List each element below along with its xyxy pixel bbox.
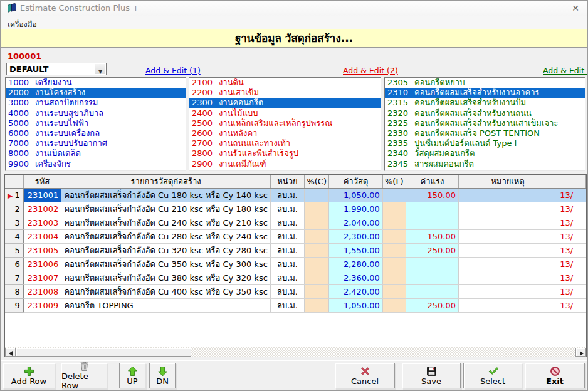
note-cell[interactable] — [458, 244, 557, 258]
percent-l-cell[interactable] — [382, 216, 406, 230]
date-cell[interactable]: 13/ — [557, 299, 586, 313]
template-dropdown[interactable]: DEFAULT ▼ — [6, 63, 107, 75]
table-row[interactable]: ▶9 231009 คอนกรีต TOPPING ลบ.ม. 1,050.00… — [5, 299, 586, 313]
list-item[interactable]: 2305 คอนกรีตหยาบ — [385, 78, 585, 88]
table-row[interactable]: ▶3 231003 คอนกรีตผสมเสร็จกำลังอัด Cu 240… — [5, 216, 586, 230]
list-item[interactable]: 1000 เตรียมงาน — [6, 78, 186, 88]
percent-c-cell[interactable] — [305, 258, 329, 271]
table-row[interactable]: ▶8 231008 คอนกรีตผสมเสร็จกำลังอัด Cu 400… — [5, 285, 586, 299]
list-item[interactable]: 7000 งานระบบปรับอากาศ — [6, 138, 186, 149]
date-cell[interactable]: 13/ — [557, 258, 586, 271]
percent-l-cell[interactable] — [382, 258, 406, 271]
material-cost-cell[interactable]: 2,280.00 — [329, 258, 383, 271]
labor-cost-cell[interactable] — [406, 216, 458, 230]
labor-cost-cell[interactable] — [406, 202, 458, 216]
percent-l-cell[interactable] — [382, 299, 406, 313]
description-cell[interactable]: คอนกรีตผสมเสร็จกำลังอัด Cu 240 ksc หรือ … — [61, 216, 270, 230]
percent-c-cell[interactable] — [305, 202, 329, 216]
list-item[interactable]: 2100 งานดิน — [189, 78, 381, 88]
scroll-left-icon[interactable] — [5, 348, 16, 357]
table-row[interactable]: ▶5 231005 คอนกรีตผสมเสร็จกำลังอัด Cu 320… — [5, 244, 586, 258]
unit-cell[interactable]: ลบ.ม. — [270, 216, 304, 230]
date-cell[interactable]: 13/ — [557, 285, 586, 299]
description-cell[interactable]: คอนกรีตผสมเสร็จกำลังอัด Cu 210 ksc หรือ … — [61, 202, 270, 216]
percent-c-cell[interactable] — [305, 285, 329, 299]
percent-c-cell[interactable] — [305, 271, 329, 285]
add-edit-3-link[interactable]: Add & Edit (3) — [543, 66, 588, 75]
list-item[interactable]: 2315 คอนกรีตผสมเสร็จสำหรับงานปั๊ม — [385, 98, 585, 108]
delete-row-button[interactable]: Delete Row — [61, 363, 107, 388]
row-number-cell[interactable]: ▶1 — [5, 189, 23, 202]
note-cell[interactable] — [458, 202, 557, 216]
code-cell[interactable]: 231005 — [23, 244, 61, 258]
material-cost-cell[interactable]: 2,360.00 — [329, 271, 383, 285]
add-edit-1-link[interactable]: Add & Edit (1) — [145, 66, 201, 75]
unit-cell[interactable]: ลบ.ม. — [270, 271, 304, 285]
percent-c-cell[interactable] — [305, 244, 329, 258]
material-cost-cell[interactable]: 1,050.00 — [329, 299, 383, 313]
date-cell[interactable]: 13/ — [557, 244, 586, 258]
list-item[interactable]: 2310 คอนกรีตผสมเสร็จสำหรับงานอาคาร — [385, 88, 585, 98]
list-item[interactable]: 2400 งานไม้แบบ — [189, 108, 381, 118]
code-cell[interactable]: 231006 — [23, 258, 61, 271]
material-cost-cell[interactable]: 2,300.00 — [329, 230, 383, 244]
labor-cost-cell[interactable]: 150.00 — [406, 189, 458, 202]
unit-cell[interactable]: ลบ.ม. — [270, 285, 304, 299]
code-cell[interactable]: 231009 — [23, 299, 61, 313]
percent-l-cell[interactable] — [382, 271, 406, 285]
table-row[interactable]: ▶6 231006 คอนกรีตผสมเสร็จกำลังอัด Cu 350… — [5, 258, 586, 271]
table-row[interactable]: ▶2 231002 คอนกรีตผสมเสร็จกำลังอัด Cu 210… — [5, 202, 586, 216]
code-cell[interactable]: 231001 — [23, 189, 61, 202]
date-cell[interactable]: 13/ — [557, 189, 586, 202]
note-cell[interactable] — [458, 299, 557, 313]
list-item[interactable]: 3000 งานสถาปัตยกรรม — [6, 98, 186, 108]
unit-cell[interactable]: ลบ.ม. — [270, 189, 304, 202]
list-item[interactable]: 8000 งานเบ็ดเตล็ด — [6, 149, 186, 159]
row-number-cell[interactable]: ▶4 — [5, 230, 23, 244]
row-number-cell[interactable]: ▶9 — [5, 299, 23, 313]
row-number-cell[interactable]: ▶3 — [5, 216, 23, 230]
material-cost-cell[interactable]: 2,420.00 — [329, 285, 383, 299]
note-cell[interactable] — [458, 258, 557, 271]
list-item[interactable]: 2700 งานถนนและทางเท้า — [189, 138, 381, 149]
table-row[interactable]: ▶7 231007 คอนกรีตผสมเสร็จกำลังอัด Cu 380… — [5, 271, 586, 285]
material-cost-cell[interactable]: 1,550.00 — [329, 244, 383, 258]
percent-l-cell[interactable] — [382, 189, 406, 202]
percent-c-cell[interactable] — [305, 216, 329, 230]
list-item[interactable]: 9900 เครื่องจักร — [6, 159, 186, 169]
description-cell[interactable]: คอนกรีตผสมเสร็จกำลังอัด Cu 380 ksc หรือ … — [61, 271, 270, 285]
date-cell[interactable]: 13/ — [557, 271, 586, 285]
scroll-right-icon[interactable] — [575, 348, 586, 357]
chevron-down-icon[interactable]: ▼ — [95, 64, 105, 74]
code-cell[interactable]: 231007 — [23, 271, 61, 285]
material-cost-cell[interactable]: 2,040.00 — [329, 216, 383, 230]
note-cell[interactable] — [458, 285, 557, 299]
unit-cell[interactable]: ลบ.ม. — [270, 230, 304, 244]
note-cell[interactable] — [458, 271, 557, 285]
row-number-cell[interactable]: ▶8 — [5, 285, 23, 299]
row-number-cell[interactable]: ▶5 — [5, 244, 23, 258]
table-row[interactable]: ▶1 231001 คอนกรีตผสมเสร็จกำลังอัด Cu 180… — [5, 189, 586, 202]
save-button[interactable]: Save — [402, 363, 461, 388]
list-item[interactable]: 6000 งานระบบเครื่องกล — [6, 128, 186, 138]
unit-cell[interactable]: ลบ.ม. — [270, 258, 304, 271]
code-cell[interactable]: 231003 — [23, 216, 61, 230]
percent-c-cell[interactable] — [305, 299, 329, 313]
horizontal-scrollbar[interactable] — [5, 347, 586, 357]
labor-cost-cell[interactable] — [406, 285, 458, 299]
description-cell[interactable]: คอนกรีตผสมเสร็จกำลังอัด Cu 180 ksc หรือ … — [61, 189, 270, 202]
close-icon[interactable]: ✕ — [569, 3, 582, 14]
row-number-cell[interactable]: ▶6 — [5, 258, 23, 271]
list-item[interactable]: 2900 งานเคมีภัณฑ์ — [189, 159, 381, 169]
description-cell[interactable]: คอนกรีตผสมเสร็จกำลังอัด Cu 280 ksc หรือ … — [61, 230, 270, 244]
table-row[interactable]: ▶4 231004 คอนกรีตผสมเสร็จกำลังอัด Cu 280… — [5, 230, 586, 244]
list-item[interactable]: 2800 งานรั้วและพื้นสำเร็จรูป — [189, 149, 381, 159]
labor-cost-cell[interactable]: 150.00 — [406, 230, 458, 244]
row-number-cell[interactable]: ▶2 — [5, 202, 23, 216]
labor-cost-cell[interactable] — [406, 258, 458, 271]
list-item[interactable]: 2200 งานเสาเข็ม — [189, 88, 381, 98]
select-button[interactable]: Select — [463, 363, 522, 388]
move-up-button[interactable]: UP — [119, 363, 145, 388]
percent-c-cell[interactable] — [305, 189, 329, 202]
list-item[interactable]: 2320 คอนกรีตผสมเสร็จสำหรับงานถนน — [385, 108, 585, 118]
